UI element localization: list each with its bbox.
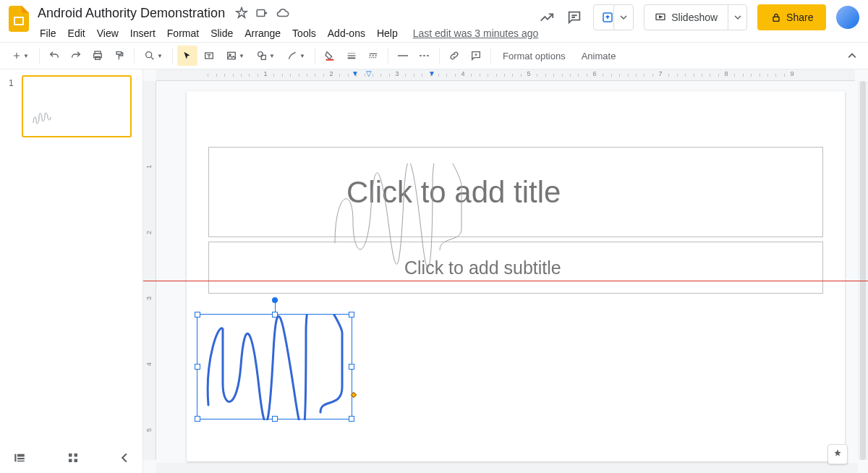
menu-edit[interactable]: Edit: [63, 26, 90, 41]
comments-icon[interactable]: [566, 9, 583, 26]
document-title[interactable]: Android Authority Demonstration: [35, 6, 228, 21]
indent-marker-first[interactable]: ▽: [366, 69, 372, 77]
svg-rect-1: [15, 18, 22, 24]
svg-rect-21: [74, 453, 77, 457]
present-upload-arrow[interactable]: [613, 4, 634, 30]
document-title-area: Android Authority Demonstration File Edi…: [35, 4, 538, 42]
thumb-scribble-icon: [32, 110, 54, 126]
slides-logo[interactable]: [9, 4, 29, 33]
star-icon[interactable]: [235, 7, 248, 20]
print-button[interactable]: [88, 46, 108, 66]
menu-arrange[interactable]: Arrange: [239, 26, 286, 41]
menu-addons[interactable]: Add-ons: [323, 26, 370, 41]
background-scribble: [331, 163, 490, 279]
subtitle-placeholder[interactable]: Click to add subtitle: [208, 242, 823, 294]
account-avatar[interactable]: [836, 6, 859, 29]
link-button[interactable]: [444, 46, 464, 66]
explore-button[interactable]: [827, 444, 848, 464]
selected-shape[interactable]: [197, 314, 352, 419]
indent-marker-right[interactable]: ▼: [428, 69, 435, 77]
scribble-path: [197, 315, 353, 420]
menu-view[interactable]: View: [92, 26, 124, 41]
border-dash-button[interactable]: [363, 46, 383, 66]
image-tool[interactable]: ▼: [221, 46, 250, 66]
shape-tool[interactable]: ▼: [251, 46, 280, 66]
horizontal-scrollbar[interactable]: [156, 463, 858, 473]
title-placeholder[interactable]: Click to add title: [208, 147, 823, 237]
slideshow-label: Slideshow: [671, 12, 718, 23]
menu-file[interactable]: File: [35, 26, 61, 41]
menu-slide[interactable]: Slide: [205, 26, 238, 41]
menu-tools[interactable]: Tools: [287, 26, 321, 41]
trending-icon[interactable]: [538, 9, 556, 26]
fill-color-button[interactable]: [320, 46, 340, 66]
vertical-ruler[interactable]: 12345: [143, 81, 156, 460]
svg-rect-18: [17, 458, 25, 459]
svg-point-9: [146, 52, 152, 58]
zoom-button[interactable]: ▼: [139, 46, 168, 66]
share-label: Share: [786, 12, 813, 23]
format-options-button[interactable]: Format options: [495, 51, 573, 61]
paint-format-button[interactable]: [109, 46, 129, 66]
slideshow-button[interactable]: Slideshow: [644, 4, 747, 30]
slideshow-arrow[interactable]: [728, 5, 746, 30]
menu-bar: File Edit View Insert Format Slide Arran…: [35, 25, 538, 42]
rotate-handle[interactable]: [272, 297, 278, 303]
menu-help[interactable]: Help: [372, 26, 403, 41]
slide-filmstrip: 1: [0, 69, 143, 473]
redo-button[interactable]: [66, 46, 86, 66]
undo-button[interactable]: [44, 46, 64, 66]
indent-marker-left[interactable]: ▼: [352, 69, 359, 77]
line-tool[interactable]: ▼: [281, 46, 310, 66]
svg-rect-8: [95, 56, 101, 59]
border-weight-button[interactable]: [341, 46, 362, 66]
slide-thumbnail[interactable]: [22, 75, 132, 137]
move-icon[interactable]: [255, 7, 268, 20]
app-header: Android Authority Demonstration File Edi…: [0, 0, 868, 42]
animate-button[interactable]: Animate: [574, 51, 624, 61]
comment-button[interactable]: [466, 46, 486, 66]
svg-rect-19: [17, 461, 25, 462]
share-button[interactable]: Share: [757, 4, 826, 30]
workspace: 1 ▼ ▽ ▼ 123456789 12345 Click to add tit…: [0, 69, 868, 473]
slide-number: 1: [9, 78, 14, 88]
line-end-button[interactable]: [414, 46, 435, 66]
cloud-status-icon[interactable]: [276, 7, 290, 20]
collapse-toolbar-button[interactable]: [842, 46, 862, 66]
header-right: Slideshow Share: [538, 4, 859, 30]
svg-rect-16: [14, 454, 16, 462]
svg-rect-17: [17, 454, 25, 457]
svg-rect-5: [773, 17, 779, 21]
collapse-filmstrip-icon[interactable]: [119, 453, 129, 466]
svg-rect-15: [326, 59, 334, 61]
menu-format[interactable]: Format: [162, 26, 204, 41]
toolbar: ▼ ▼ ▼ ▼ ▼ Format options Animate: [0, 42, 868, 69]
svg-rect-22: [69, 459, 72, 463]
horizontal-ruler[interactable]: ▼ ▽ ▼ 123456789: [156, 69, 855, 81]
vertical-scrollbar[interactable]: [858, 81, 868, 460]
alignment-guide: [143, 281, 868, 281]
line-start-button[interactable]: [393, 46, 413, 66]
svg-rect-20: [69, 453, 72, 457]
svg-rect-2: [257, 10, 265, 17]
slide-canvas-area: ▼ ▽ ▼ 123456789 12345 Click to add title…: [143, 69, 868, 473]
select-tool[interactable]: [177, 46, 197, 66]
svg-rect-23: [74, 459, 77, 463]
last-edit-link[interactable]: Last edit was 3 minutes ago: [413, 27, 539, 39]
grid-view-icon[interactable]: [67, 451, 80, 467]
svg-point-13: [258, 52, 263, 57]
textbox-tool[interactable]: [199, 46, 219, 66]
filmstrip-view-icon[interactable]: [13, 451, 26, 467]
svg-rect-11: [228, 52, 236, 59]
new-slide-button[interactable]: ▼: [6, 46, 35, 66]
menu-insert[interactable]: Insert: [125, 26, 161, 41]
